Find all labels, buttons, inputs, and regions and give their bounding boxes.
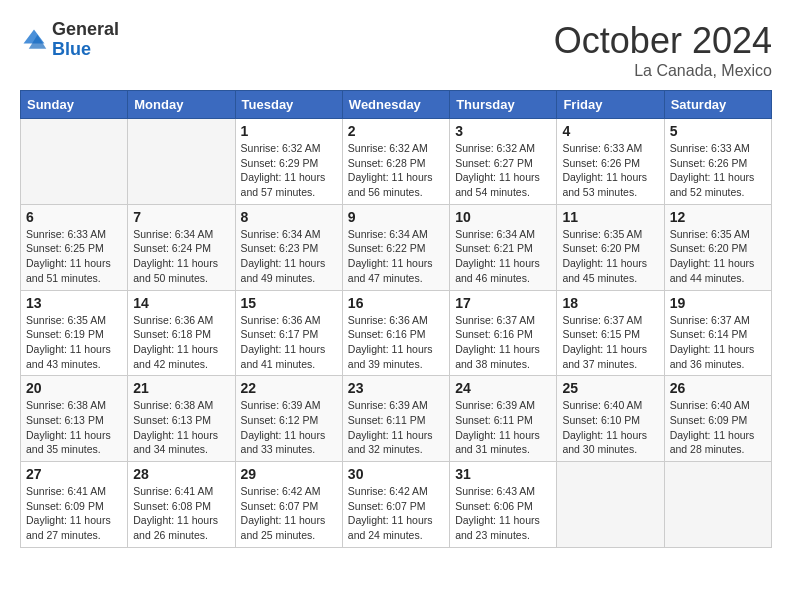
calendar-cell xyxy=(664,462,771,548)
day-info: Sunrise: 6:36 AM Sunset: 6:16 PM Dayligh… xyxy=(348,313,444,372)
calendar-cell: 21Sunrise: 6:38 AM Sunset: 6:13 PM Dayli… xyxy=(128,376,235,462)
calendar-cell: 2Sunrise: 6:32 AM Sunset: 6:28 PM Daylig… xyxy=(342,119,449,205)
day-info: Sunrise: 6:42 AM Sunset: 6:07 PM Dayligh… xyxy=(348,484,444,543)
day-info: Sunrise: 6:32 AM Sunset: 6:27 PM Dayligh… xyxy=(455,141,551,200)
day-number: 15 xyxy=(241,295,337,311)
calendar-cell: 10Sunrise: 6:34 AM Sunset: 6:21 PM Dayli… xyxy=(450,204,557,290)
calendar-cell: 31Sunrise: 6:43 AM Sunset: 6:06 PM Dayli… xyxy=(450,462,557,548)
day-info: Sunrise: 6:35 AM Sunset: 6:20 PM Dayligh… xyxy=(670,227,766,286)
day-info: Sunrise: 6:35 AM Sunset: 6:20 PM Dayligh… xyxy=(562,227,658,286)
logo-icon xyxy=(20,26,48,54)
day-number: 13 xyxy=(26,295,122,311)
day-number: 8 xyxy=(241,209,337,225)
day-number: 17 xyxy=(455,295,551,311)
calendar-cell xyxy=(21,119,128,205)
day-number: 4 xyxy=(562,123,658,139)
day-number: 20 xyxy=(26,380,122,396)
calendar-cell: 19Sunrise: 6:37 AM Sunset: 6:14 PM Dayli… xyxy=(664,290,771,376)
day-number: 26 xyxy=(670,380,766,396)
weekday-header: Saturday xyxy=(664,91,771,119)
logo-general: General xyxy=(52,19,119,39)
day-number: 9 xyxy=(348,209,444,225)
logo: General Blue xyxy=(20,20,119,60)
day-info: Sunrise: 6:39 AM Sunset: 6:11 PM Dayligh… xyxy=(348,398,444,457)
weekday-header: Wednesday xyxy=(342,91,449,119)
day-info: Sunrise: 6:37 AM Sunset: 6:14 PM Dayligh… xyxy=(670,313,766,372)
calendar-cell: 6Sunrise: 6:33 AM Sunset: 6:25 PM Daylig… xyxy=(21,204,128,290)
calendar-cell: 8Sunrise: 6:34 AM Sunset: 6:23 PM Daylig… xyxy=(235,204,342,290)
calendar-cell: 11Sunrise: 6:35 AM Sunset: 6:20 PM Dayli… xyxy=(557,204,664,290)
day-number: 12 xyxy=(670,209,766,225)
page-header: General Blue October 2024 La Canada, Mex… xyxy=(20,20,772,80)
day-number: 10 xyxy=(455,209,551,225)
day-info: Sunrise: 6:36 AM Sunset: 6:17 PM Dayligh… xyxy=(241,313,337,372)
day-number: 11 xyxy=(562,209,658,225)
day-info: Sunrise: 6:34 AM Sunset: 6:21 PM Dayligh… xyxy=(455,227,551,286)
calendar-week-row: 6Sunrise: 6:33 AM Sunset: 6:25 PM Daylig… xyxy=(21,204,772,290)
day-number: 25 xyxy=(562,380,658,396)
day-number: 3 xyxy=(455,123,551,139)
calendar-cell: 16Sunrise: 6:36 AM Sunset: 6:16 PM Dayli… xyxy=(342,290,449,376)
day-info: Sunrise: 6:42 AM Sunset: 6:07 PM Dayligh… xyxy=(241,484,337,543)
location: La Canada, Mexico xyxy=(554,62,772,80)
day-info: Sunrise: 6:40 AM Sunset: 6:09 PM Dayligh… xyxy=(670,398,766,457)
day-info: Sunrise: 6:33 AM Sunset: 6:25 PM Dayligh… xyxy=(26,227,122,286)
calendar-cell: 7Sunrise: 6:34 AM Sunset: 6:24 PM Daylig… xyxy=(128,204,235,290)
calendar-cell: 4Sunrise: 6:33 AM Sunset: 6:26 PM Daylig… xyxy=(557,119,664,205)
day-info: Sunrise: 6:38 AM Sunset: 6:13 PM Dayligh… xyxy=(133,398,229,457)
calendar-table: SundayMondayTuesdayWednesdayThursdayFrid… xyxy=(20,90,772,548)
day-number: 28 xyxy=(133,466,229,482)
day-info: Sunrise: 6:35 AM Sunset: 6:19 PM Dayligh… xyxy=(26,313,122,372)
day-number: 14 xyxy=(133,295,229,311)
day-info: Sunrise: 6:34 AM Sunset: 6:23 PM Dayligh… xyxy=(241,227,337,286)
day-number: 22 xyxy=(241,380,337,396)
day-number: 18 xyxy=(562,295,658,311)
day-number: 16 xyxy=(348,295,444,311)
day-info: Sunrise: 6:36 AM Sunset: 6:18 PM Dayligh… xyxy=(133,313,229,372)
day-info: Sunrise: 6:38 AM Sunset: 6:13 PM Dayligh… xyxy=(26,398,122,457)
calendar-cell: 28Sunrise: 6:41 AM Sunset: 6:08 PM Dayli… xyxy=(128,462,235,548)
calendar-cell: 18Sunrise: 6:37 AM Sunset: 6:15 PM Dayli… xyxy=(557,290,664,376)
day-number: 31 xyxy=(455,466,551,482)
calendar-cell: 5Sunrise: 6:33 AM Sunset: 6:26 PM Daylig… xyxy=(664,119,771,205)
calendar-cell: 14Sunrise: 6:36 AM Sunset: 6:18 PM Dayli… xyxy=(128,290,235,376)
weekday-header: Sunday xyxy=(21,91,128,119)
calendar-cell: 23Sunrise: 6:39 AM Sunset: 6:11 PM Dayli… xyxy=(342,376,449,462)
day-info: Sunrise: 6:39 AM Sunset: 6:11 PM Dayligh… xyxy=(455,398,551,457)
calendar-cell: 9Sunrise: 6:34 AM Sunset: 6:22 PM Daylig… xyxy=(342,204,449,290)
day-number: 24 xyxy=(455,380,551,396)
day-info: Sunrise: 6:41 AM Sunset: 6:09 PM Dayligh… xyxy=(26,484,122,543)
day-info: Sunrise: 6:33 AM Sunset: 6:26 PM Dayligh… xyxy=(562,141,658,200)
calendar-cell xyxy=(128,119,235,205)
day-number: 1 xyxy=(241,123,337,139)
calendar-cell: 13Sunrise: 6:35 AM Sunset: 6:19 PM Dayli… xyxy=(21,290,128,376)
day-number: 29 xyxy=(241,466,337,482)
day-number: 27 xyxy=(26,466,122,482)
title-block: October 2024 La Canada, Mexico xyxy=(554,20,772,80)
calendar-week-row: 20Sunrise: 6:38 AM Sunset: 6:13 PM Dayli… xyxy=(21,376,772,462)
day-info: Sunrise: 6:37 AM Sunset: 6:16 PM Dayligh… xyxy=(455,313,551,372)
day-info: Sunrise: 6:32 AM Sunset: 6:28 PM Dayligh… xyxy=(348,141,444,200)
logo-blue: Blue xyxy=(52,39,91,59)
day-info: Sunrise: 6:37 AM Sunset: 6:15 PM Dayligh… xyxy=(562,313,658,372)
month-title: October 2024 xyxy=(554,20,772,62)
calendar-cell: 24Sunrise: 6:39 AM Sunset: 6:11 PM Dayli… xyxy=(450,376,557,462)
calendar-week-row: 27Sunrise: 6:41 AM Sunset: 6:09 PM Dayli… xyxy=(21,462,772,548)
day-info: Sunrise: 6:34 AM Sunset: 6:24 PM Dayligh… xyxy=(133,227,229,286)
calendar-cell: 17Sunrise: 6:37 AM Sunset: 6:16 PM Dayli… xyxy=(450,290,557,376)
day-number: 2 xyxy=(348,123,444,139)
calendar-week-row: 1Sunrise: 6:32 AM Sunset: 6:29 PM Daylig… xyxy=(21,119,772,205)
calendar-cell: 1Sunrise: 6:32 AM Sunset: 6:29 PM Daylig… xyxy=(235,119,342,205)
day-number: 21 xyxy=(133,380,229,396)
day-info: Sunrise: 6:41 AM Sunset: 6:08 PM Dayligh… xyxy=(133,484,229,543)
calendar-cell: 26Sunrise: 6:40 AM Sunset: 6:09 PM Dayli… xyxy=(664,376,771,462)
day-number: 6 xyxy=(26,209,122,225)
calendar-cell: 3Sunrise: 6:32 AM Sunset: 6:27 PM Daylig… xyxy=(450,119,557,205)
day-info: Sunrise: 6:34 AM Sunset: 6:22 PM Dayligh… xyxy=(348,227,444,286)
day-info: Sunrise: 6:40 AM Sunset: 6:10 PM Dayligh… xyxy=(562,398,658,457)
calendar-cell: 12Sunrise: 6:35 AM Sunset: 6:20 PM Dayli… xyxy=(664,204,771,290)
day-info: Sunrise: 6:32 AM Sunset: 6:29 PM Dayligh… xyxy=(241,141,337,200)
day-number: 23 xyxy=(348,380,444,396)
calendar-cell: 30Sunrise: 6:42 AM Sunset: 6:07 PM Dayli… xyxy=(342,462,449,548)
weekday-header-row: SundayMondayTuesdayWednesdayThursdayFrid… xyxy=(21,91,772,119)
